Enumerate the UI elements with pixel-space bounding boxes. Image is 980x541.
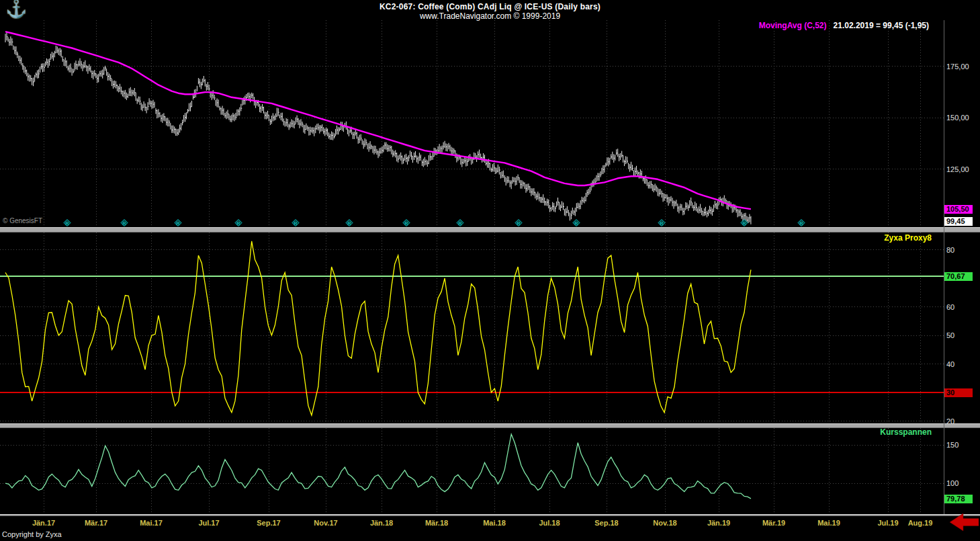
x-axis-month-label: Mär.17 <box>77 519 115 527</box>
y-axis-tick-label: 50 <box>946 331 954 340</box>
y-axis-tick-label: 80 <box>946 246 954 255</box>
y-axis-tick-label: 60 <box>946 303 954 312</box>
x-axis-month-label: Jul.17 <box>190 519 228 527</box>
roll-marker-letter: R <box>742 221 746 226</box>
roll-marker-letter: R <box>574 221 578 226</box>
chart-title: KC2-067: Coffee (Comb) CAdj Liq @ ICE-US… <box>0 2 980 11</box>
price-ma-value-badge: 105,50 <box>944 205 973 214</box>
roll-marker-letter: R <box>517 221 520 226</box>
oscillator-upper-badge: 70,67 <box>944 272 973 281</box>
roll-marker-letter: R <box>799 221 803 226</box>
x-axis-month-label: Mär.19 <box>755 519 793 527</box>
roll-marker-letter: R <box>347 221 351 226</box>
price-close-value-badge: 99,45 <box>944 217 973 226</box>
kursspannen-panel-label[interactable]: Kursspannen <box>880 427 932 437</box>
x-axis-month-label: Jän.19 <box>700 519 738 527</box>
x-axis-month-label: Mai.18 <box>476 519 513 527</box>
ma-legend-value: 21.02.2019 = 99,45 (-1,95) <box>834 21 929 30</box>
x-axis-month-label: Aug.19 <box>901 519 939 527</box>
genesis-watermark: © GenesisFT <box>3 217 42 224</box>
x-axis-month-label: Sep.17 <box>250 519 287 527</box>
y-axis-tick-label: 150,00 <box>946 114 969 122</box>
scroll-left-arrow[interactable] <box>950 513 979 531</box>
chart-subtitle: www.TradeNavigator.com © 1999-2019 <box>0 11 980 21</box>
x-axis-month-label: Mai.19 <box>810 519 848 527</box>
y-axis-tick-label: 150 <box>946 441 959 450</box>
x-axis-month-label: Jän.18 <box>363 519 400 527</box>
roll-marker-letter: R <box>660 221 663 226</box>
x-axis-month-label: Nov.17 <box>307 519 345 527</box>
x-axis-month-label: Jul.18 <box>531 519 568 527</box>
kursspannen-value-badge: 79,78 <box>944 495 973 503</box>
copyright-text: Copyright by Zyxa <box>2 530 62 538</box>
y-axis-tick-label: 175,00 <box>946 63 969 71</box>
x-axis-month-label: Mär.18 <box>418 519 455 527</box>
roll-marker-letter: R <box>65 221 69 226</box>
y-axis-tick-label: 20 <box>946 417 954 426</box>
y-axis-tick-label: 125,00 <box>946 165 969 174</box>
y-axis-tick-label: 100 <box>946 479 959 488</box>
y-axis-tick-label: 40 <box>946 360 954 369</box>
oscillator-lower-badge: 30 <box>944 388 973 397</box>
roll-marker-letter: R <box>404 221 408 226</box>
ma-legend[interactable]: MovingAvg (C,52)21.02.2019 = 99,45 (-1,9… <box>759 21 929 30</box>
chart-canvas[interactable]: RRRRRRRRRRRRR <box>0 0 980 541</box>
ma-legend-label[interactable]: MovingAvg (C,52) <box>759 21 827 30</box>
roll-marker-letter: R <box>176 221 179 226</box>
trade-navigator-window: RRRRRRRRRRRRR ⚓ KC2-067: Coffee (Comb) C… <box>0 0 980 541</box>
x-axis-month-label: Nov.18 <box>646 519 684 527</box>
x-axis-month-label: Sep.18 <box>588 519 625 527</box>
roll-marker-letter: R <box>236 221 240 226</box>
x-axis-month-label: Mai.17 <box>132 519 170 527</box>
roll-marker-letter: R <box>458 221 461 226</box>
roll-marker-letter: R <box>294 221 297 226</box>
roll-marker-letter: R <box>122 221 126 226</box>
x-axis-month-label: Jän.17 <box>25 519 62 527</box>
oscillator-panel-label[interactable]: Zyxa Proxy8 <box>884 233 932 243</box>
